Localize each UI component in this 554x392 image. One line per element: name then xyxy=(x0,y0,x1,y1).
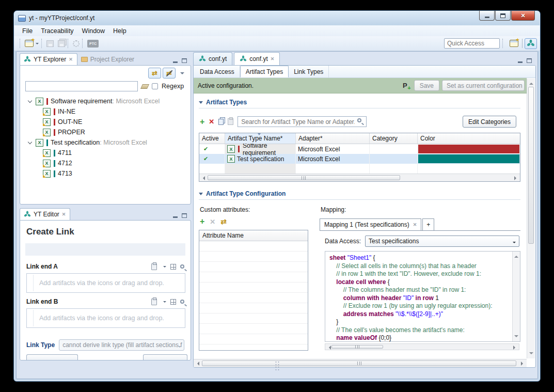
tree-item[interactable]: X4712 xyxy=(20,158,191,168)
mapping-tab[interactable]: Mapping 1 (Test specifications) ✕ xyxy=(320,218,421,230)
delete-attribute-button[interactable]: ✕ xyxy=(210,218,215,226)
link-with-editor-button[interactable]: ⇄ xyxy=(148,68,161,79)
delete-artifact-type-button[interactable]: ✕ xyxy=(209,118,214,126)
scroll-up-icon[interactable] xyxy=(529,81,533,85)
link-end-b-drop-area[interactable]: Add artifacts via the icons or drag and … xyxy=(26,308,185,328)
save-all-icon[interactable] xyxy=(58,40,65,47)
scroll-right-icon[interactable] xyxy=(521,362,525,366)
close-icon[interactable]: ✕ xyxy=(413,222,417,227)
column-header-attribute-name[interactable]: Attribute Name xyxy=(199,230,308,241)
grid-picker-icon[interactable] xyxy=(170,299,176,305)
tree-item[interactable]: XTest specification : Microsoft Excel xyxy=(20,137,191,148)
attribute-row-empty[interactable] xyxy=(199,293,308,303)
maximize-button[interactable] xyxy=(495,11,511,21)
scroll-up-icon[interactable] xyxy=(514,254,518,258)
menu-item-traceability[interactable]: Traceability xyxy=(37,26,77,36)
status-drag-handle[interactable] xyxy=(275,362,279,370)
attribute-row-empty[interactable] xyxy=(199,272,308,283)
scroll-left-icon[interactable] xyxy=(327,346,331,350)
tab-link-types[interactable]: Link Types xyxy=(289,66,329,77)
clipped-button[interactable] xyxy=(26,354,78,360)
chevron-down-icon[interactable] xyxy=(28,98,32,102)
new-wizard-icon[interactable] xyxy=(25,40,34,47)
open-perspective-button[interactable] xyxy=(508,38,520,49)
mapping-code-editor[interactable]: sheet "Sheet1" { // Select all cells in … xyxy=(325,251,520,342)
chevron-down-icon[interactable] xyxy=(28,139,32,144)
close-icon[interactable]: ✕ xyxy=(62,212,66,217)
add-attribute-button[interactable]: + xyxy=(200,217,204,226)
clipped-button[interactable] xyxy=(143,354,187,360)
table-row[interactable]: ✔XSoftware requirementMicrosoft Excel xyxy=(199,144,520,154)
minimize-view-icon[interactable] xyxy=(518,61,523,63)
tab-data-access[interactable]: Data Access xyxy=(195,66,240,77)
column-header-adapter[interactable]: Adapter* xyxy=(296,133,370,144)
copy-icon[interactable] xyxy=(218,119,224,125)
scroll-down-icon[interactable] xyxy=(529,352,533,356)
close-icon[interactable]: ✕ xyxy=(69,57,73,62)
swap-attributes-button[interactable]: ⇄ xyxy=(220,218,227,225)
maximize-view-icon[interactable] xyxy=(527,58,532,63)
yt-perspective-button[interactable] xyxy=(525,38,537,49)
tree-item[interactable]: XPROPER xyxy=(20,127,191,137)
scroll-right-icon[interactable] xyxy=(514,176,518,180)
link-type-select[interactable]: cannot derive link type (fill artifact s… xyxy=(59,339,184,351)
minimize-view-icon[interactable] xyxy=(173,61,178,63)
view-menu-icon[interactable] xyxy=(180,72,184,76)
tree-item[interactable]: XOUT-NE xyxy=(20,117,191,127)
unlink-button[interactable]: ⇄ xyxy=(163,68,176,79)
scroll-left-icon[interactable] xyxy=(195,362,199,366)
eraser-icon[interactable] xyxy=(140,84,149,89)
minimize-button[interactable] xyxy=(479,11,495,21)
attribute-row-empty[interactable] xyxy=(199,262,308,272)
tab-artifact-types[interactable]: Artifact Types xyxy=(240,66,289,77)
column-header-name[interactable]: Artifact Type Name* xyxy=(225,133,296,144)
table-h-scrollbar[interactable] xyxy=(199,174,520,181)
tree-item[interactable]: X4713 xyxy=(20,168,191,179)
maximize-view-icon[interactable] xyxy=(182,58,187,63)
quick-access-input[interactable] xyxy=(444,38,500,49)
artifact-type-configuration-section-header[interactable]: Artifact Type Configuration xyxy=(199,190,520,200)
tree-item[interactable]: X4711 xyxy=(20,148,191,158)
close-icon[interactable]: ✕ xyxy=(271,56,275,61)
menu-item-help[interactable]: Help xyxy=(109,26,131,36)
tree-item[interactable]: XIN-NE xyxy=(20,106,191,117)
paste-icon[interactable] xyxy=(228,118,233,125)
maximize-view-icon[interactable] xyxy=(182,213,187,218)
explorer-filter-input[interactable] xyxy=(25,81,138,91)
code-v-scrollbar[interactable] xyxy=(512,252,520,341)
link-end-a-drop-area[interactable]: Add artifacts via the icons or drag and … xyxy=(26,273,185,293)
save-icon[interactable] xyxy=(46,40,54,47)
close-button[interactable]: ✕ xyxy=(511,11,535,21)
attribute-row-empty[interactable] xyxy=(199,313,308,324)
attribute-row-empty[interactable] xyxy=(199,334,308,344)
tab-yt-explorer[interactable]: YT Explorer ✕ xyxy=(20,53,77,65)
editor-v-scrollbar[interactable] xyxy=(527,79,535,358)
tree-item[interactable]: XSoftware requirement : Microsoft Excel xyxy=(20,96,191,106)
set-current-configuration-button[interactable]: Set as current configuration xyxy=(442,80,525,91)
edit-categories-button[interactable]: Edit Categories xyxy=(463,116,516,128)
add-artifact-type-button[interactable]: + xyxy=(200,118,204,126)
editor-tab-confyt-2[interactable]: conf.yt ✕ xyxy=(234,52,280,65)
scroll-down-icon[interactable] xyxy=(514,335,518,339)
menu-item-window[interactable]: Window xyxy=(78,26,109,36)
attribute-row-empty[interactable] xyxy=(199,324,308,334)
code-h-scrollbar[interactable] xyxy=(325,343,519,350)
attribute-row-empty[interactable] xyxy=(199,303,308,313)
regexp-checkbox[interactable] xyxy=(152,83,158,89)
dropdown-arrow-icon[interactable] xyxy=(36,43,39,46)
tab-yt-editor[interactable]: YT Editor ✕ xyxy=(20,208,70,220)
editor-h-scrollbar[interactable] xyxy=(194,359,527,367)
column-header-color[interactable]: Color xyxy=(418,133,520,144)
add-mapping-tab[interactable]: + xyxy=(422,218,434,230)
attribute-row-empty[interactable] xyxy=(199,283,308,293)
minimize-view-icon[interactable] xyxy=(173,216,178,218)
title-bar[interactable]: yt - myYTProject/conf.yt ✕ xyxy=(14,11,540,25)
grid-picker-icon[interactable] xyxy=(170,264,176,270)
tab-project-explorer[interactable]: Project Explorer xyxy=(77,54,138,65)
column-header-category[interactable]: Category xyxy=(370,133,418,144)
dotted-circle-icon[interactable] xyxy=(73,40,80,47)
add-profile-icon[interactable]: P xyxy=(403,82,407,89)
ptc-icon[interactable]: PTC xyxy=(87,40,99,48)
save-button[interactable]: Save xyxy=(414,80,439,91)
dropdown-arrow-icon[interactable] xyxy=(163,301,166,304)
